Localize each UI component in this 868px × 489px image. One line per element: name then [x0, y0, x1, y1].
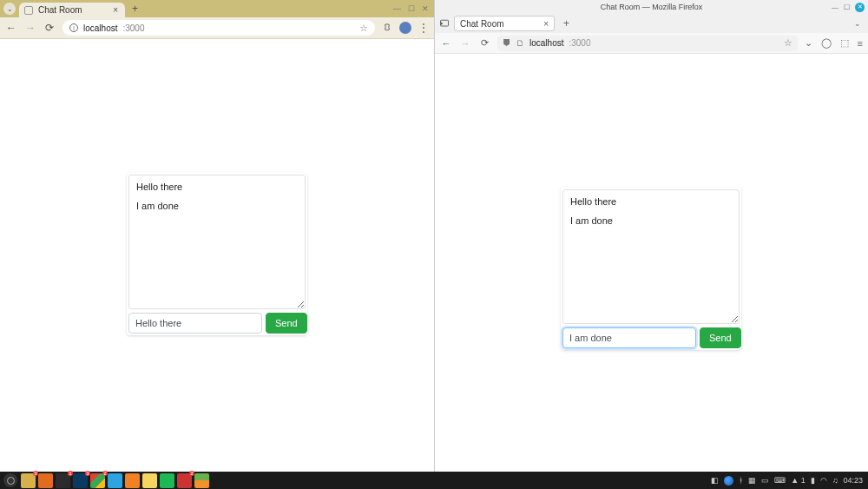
chat-log[interactable]: Hello there I am done	[128, 175, 306, 309]
lock-icon[interactable]: 🗋	[516, 39, 524, 48]
firefox-titlebar: Chat Room — Mozilla Firefox — ☐ ✕	[435, 0, 868, 14]
hamburger-menu-icon[interactable]: ≡	[858, 38, 863, 49]
forward-button[interactable]: →	[459, 38, 471, 49]
shield-icon[interactable]: ⛊	[503, 38, 511, 48]
send-button[interactable]: Send	[266, 313, 307, 334]
page-content-left: Hello there I am done Send	[0, 39, 434, 472]
send-button[interactable]: Send	[700, 327, 741, 348]
chrome-toolbar: ← → ⟳ i localhost:3000 ☆ ⋮	[0, 17, 434, 39]
start-menu-button[interactable]	[3, 473, 17, 487]
back-button[interactable]: ←	[5, 22, 17, 34]
address-port: :3000	[122, 23, 144, 33]
chrome-window-controls: — ☐ ✕	[393, 4, 429, 13]
address-bar[interactable]: i localhost:3000 ☆	[62, 20, 375, 36]
close-icon[interactable]: ×	[113, 5, 118, 15]
taskbar-app-app2[interactable]	[194, 473, 209, 488]
firefox-recent-button[interactable]	[438, 17, 450, 30]
chrome-tabbar: ⌄ Chat Room × + — ☐ ✕	[0, 0, 434, 17]
battery-icon[interactable]: ▮	[811, 476, 815, 485]
close-window-icon[interactable]: ✕	[855, 3, 865, 12]
chrome-newtab-button[interactable]: +	[132, 3, 138, 15]
tray-grid-icon[interactable]: ▦	[748, 476, 756, 485]
forward-button[interactable]: →	[24, 22, 36, 34]
kebab-menu-icon[interactable]: ⋮	[418, 22, 429, 34]
chat-input-row: Send	[562, 327, 740, 348]
close-window-icon[interactable]: ✕	[422, 4, 429, 13]
system-tray: ◧ ᚼ ▦ ▭ ⌨ ▲ 1 ▮ ◠ ♫ 04:23	[711, 476, 865, 486]
back-button[interactable]: ←	[440, 38, 452, 49]
bookmark-icon[interactable]: ☆	[359, 23, 368, 34]
address-bar[interactable]: ⛊ 🗋 localhost:3000 ☆	[497, 36, 798, 51]
window-title: Chat Room — Mozilla Firefox	[601, 3, 703, 11]
bluetooth-icon[interactable]: ᚼ	[739, 476, 743, 485]
chrome-tab-search-button[interactable]: ⌄	[3, 3, 16, 15]
chat-card: Hello there I am done Send	[561, 188, 741, 350]
chat-message: I am done	[570, 215, 732, 227]
chat-message: I am done	[136, 200, 298, 212]
firefox-tab-active[interactable]: Chat Room ×	[454, 16, 555, 31]
firefox-newtab-button[interactable]: +	[563, 17, 569, 30]
desktop: ⌄ Chat Room × + — ☐ ✕ ← → ⟳ i localhost:…	[0, 0, 868, 472]
chat-log[interactable]: Hello there I am done	[562, 189, 740, 324]
address-port: :3000	[569, 38, 590, 48]
address-host: localhost	[529, 38, 563, 48]
firefox-toolbar-right: ⌄ ◯ ⬚ ≡	[805, 37, 863, 49]
chat-message: Hello there	[136, 181, 298, 193]
maximize-icon[interactable]: ☐	[408, 4, 415, 13]
chrome-window: ⌄ Chat Room × + — ☐ ✕ ← → ⟳ i localhost:…	[0, 0, 434, 472]
bookmark-icon[interactable]: ☆	[784, 37, 792, 49]
taskbar-app-stackoverflow[interactable]	[125, 473, 140, 488]
taskbar-app-terminal[interactable]: 1	[56, 473, 70, 488]
chat-input[interactable]	[562, 327, 696, 348]
display-icon[interactable]: ▭	[761, 476, 769, 485]
wifi-icon[interactable]: ◠	[820, 476, 827, 485]
keyboard-icon[interactable]: ⌨	[774, 476, 786, 485]
chat-input[interactable]	[128, 313, 262, 334]
maximize-icon[interactable]: ☐	[844, 3, 850, 11]
chrome-tab-active[interactable]: Chat Room ×	[19, 3, 125, 17]
clock[interactable]: 04:23	[843, 476, 863, 485]
site-info-icon[interactable]: i	[69, 23, 78, 32]
mint-icon	[7, 477, 15, 485]
page-content-right: Hello there I am done Send	[435, 54, 868, 472]
taskbar-app-vscode[interactable]: 3	[73, 473, 88, 488]
reload-button[interactable]: ⟳	[478, 37, 490, 49]
extensions-icon[interactable]: ⬚	[840, 37, 849, 49]
chat-message: Hello there	[570, 195, 732, 208]
volume-icon[interactable]: ♫	[832, 476, 838, 485]
pocket-icon[interactable]: ⌄	[805, 37, 812, 49]
network-globe-icon[interactable]	[724, 476, 733, 486]
firefox-toolbar: ← → ⟳ ⛊ 🗋 localhost:3000 ☆ ⌄ ◯ ⬚ ≡	[435, 33, 868, 54]
reload-button[interactable]: ⟳	[43, 22, 56, 34]
taskbar-app-telegram[interactable]	[108, 473, 122, 488]
lock-icon[interactable]: ▲ 1	[791, 476, 805, 485]
chrome-toolbar-right: ⋮	[382, 22, 429, 34]
taskbar-app-files[interactable]: 3	[21, 473, 36, 488]
address-host: localhost	[83, 23, 117, 33]
firefox-tabbar: Chat Room × + ⌄	[435, 14, 868, 33]
favicon-icon	[24, 6, 33, 15]
taskbar-app-chrome[interactable]: 2	[90, 473, 105, 488]
tab-title: Chat Room	[460, 19, 538, 29]
firefox-window: Chat Room — Mozilla Firefox — ☐ ✕ Chat R…	[434, 0, 868, 472]
profile-avatar[interactable]	[399, 22, 411, 34]
minimize-icon[interactable]: —	[393, 4, 401, 13]
tray-indicator-icon[interactable]: ◧	[711, 476, 719, 485]
chat-input-row: Send	[128, 313, 306, 334]
list-all-tabs-icon[interactable]: ⌄	[854, 19, 861, 28]
taskbar-app-app1[interactable]: 2	[177, 473, 192, 488]
taskbar-app-firefox[interactable]	[38, 473, 53, 488]
account-icon[interactable]: ◯	[821, 37, 832, 49]
close-icon[interactable]: ×	[543, 19, 549, 29]
taskbar-app-notes[interactable]	[142, 473, 157, 488]
extensions-icon[interactable]	[382, 23, 392, 33]
chat-card: Hello there I am done Send	[127, 173, 307, 335]
minimize-icon[interactable]: —	[832, 3, 838, 11]
taskbar: 31322 ◧ ᚼ ▦ ▭ ⌨ ▲ 1 ▮ ◠ ♫ 04:23	[0, 472, 868, 489]
taskbar-app-spotify[interactable]	[160, 473, 174, 488]
tab-title: Chat Room	[38, 5, 108, 15]
